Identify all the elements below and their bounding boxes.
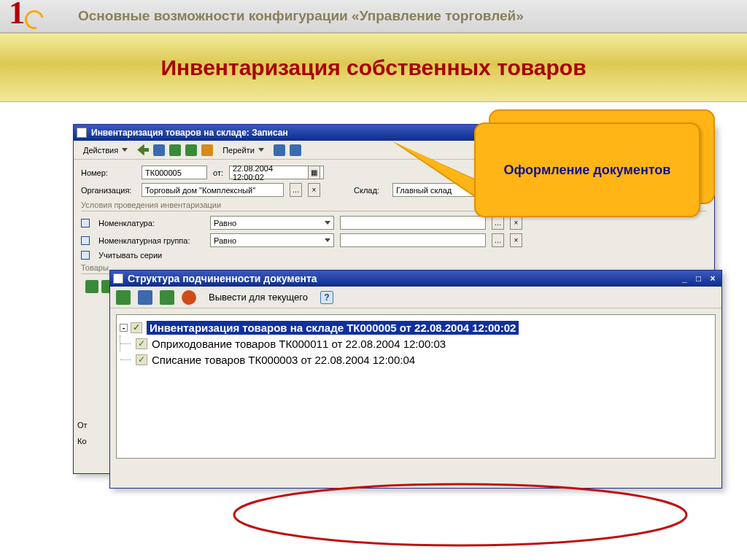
toolbar-icon[interactable] <box>274 144 285 156</box>
label-nomen-group: Номенклатурная группа: <box>98 236 204 245</box>
lookup-button[interactable]: … <box>492 216 504 230</box>
document-icon <box>136 338 147 349</box>
window-structure-title: Структура подчиненности документа <box>128 273 317 284</box>
minimize-button[interactable]: _ <box>678 273 690 284</box>
document-tree[interactable]: - Инвентаризация товаров на складе ТК000… <box>116 314 716 459</box>
checkbox-nomen-group[interactable] <box>81 236 90 245</box>
input-org[interactable]: Торговый дом "Комплексный" <box>142 183 284 197</box>
toolbar-icon[interactable] <box>138 290 152 305</box>
slide-header: 1 Основные возможности конфигурации «Упр… <box>0 0 747 33</box>
tree-root[interactable]: - Инвентаризация товаров на складе ТК000… <box>120 319 712 335</box>
svg-point-0 <box>234 484 686 545</box>
input-nomen-group-value[interactable] <box>340 233 486 247</box>
toolbar-icon[interactable] <box>169 144 181 156</box>
maximize-button[interactable]: □ <box>693 273 705 284</box>
checkbox-nomen[interactable] <box>81 219 90 228</box>
window-structure-toolbar: Вывести для текущего ? <box>110 287 721 308</box>
clear-button[interactable]: × <box>510 233 522 247</box>
tree-child[interactable]: Списание товаров ТК000003 от 22.08.2004 … <box>120 351 712 368</box>
actions-menu[interactable]: Действия <box>78 144 133 157</box>
toolbar-icon[interactable] <box>160 290 174 305</box>
window-structure-titlebar[interactable]: Структура подчиненности документа _ □ × <box>110 271 721 287</box>
annotation-oval <box>223 482 712 560</box>
label-sklad: Склад: <box>354 186 387 195</box>
checkbox-series[interactable] <box>81 251 90 260</box>
label-nomen: Номенклатура: <box>98 219 204 228</box>
date-picker-icon[interactable]: ▦ <box>308 166 320 179</box>
label-number: Номер: <box>81 168 136 177</box>
goto-menu[interactable]: Перейти <box>217 144 269 157</box>
lookup-button[interactable]: … <box>492 233 504 247</box>
collapse-icon[interactable]: - <box>120 324 128 332</box>
document-icon <box>131 322 142 333</box>
back-icon[interactable] <box>137 144 149 156</box>
document-icon <box>113 273 123 284</box>
document-icon <box>77 128 87 138</box>
document-icon <box>136 354 147 365</box>
input-number[interactable]: ТК000005 <box>142 166 207 179</box>
window-structure: Структура подчиненности документа _ □ × … <box>109 270 722 489</box>
clear-button[interactable]: × <box>510 216 522 230</box>
callout-text: Оформление документов <box>504 163 671 178</box>
output-current-button[interactable]: Вывести для текущего <box>204 289 313 305</box>
refresh-icon[interactable] <box>182 290 196 305</box>
slide-subtitle: Основные возможности конфигурации «Управ… <box>78 8 524 24</box>
tree-child[interactable]: Оприходование товаров ТК000011 от 22.08.… <box>120 335 712 351</box>
input-nomen-value[interactable] <box>340 216 486 230</box>
add-row-icon[interactable] <box>85 280 98 293</box>
label-series: Учитывать серии <box>98 251 162 260</box>
label-org: Организация: <box>81 186 136 195</box>
lookup-button[interactable]: … <box>290 183 302 197</box>
window-inventory-title: Инвентаризация товаров на складе: Записа… <box>91 128 288 138</box>
clear-button[interactable]: × <box>308 183 320 197</box>
toolbar-icon[interactable] <box>290 144 301 156</box>
toolbar-icon[interactable] <box>185 144 197 156</box>
label-date-prefix: от: <box>213 168 223 177</box>
input-date[interactable]: 22.08.2004 12:00:02 ▦ <box>229 166 324 179</box>
help-icon[interactable]: ? <box>320 291 333 304</box>
footer-label: Ко <box>77 437 87 446</box>
toolbar-icon[interactable] <box>153 144 165 156</box>
slide-title: Инвентаризация собственных товаров <box>160 55 586 80</box>
select-cond-nomen-group[interactable]: Равно <box>210 233 334 247</box>
footer-label: От <box>77 421 88 429</box>
toolbar-icon[interactable] <box>116 290 131 305</box>
logo-1c: 1 <box>9 0 45 36</box>
toolbar-icon[interactable] <box>201 144 213 156</box>
select-cond-nomen[interactable]: Равно <box>210 216 334 230</box>
callout-bubble: Оформление документов <box>474 122 700 217</box>
close-button[interactable]: × <box>707 273 719 284</box>
slide-title-band: Инвентаризация собственных товаров <box>0 33 747 102</box>
